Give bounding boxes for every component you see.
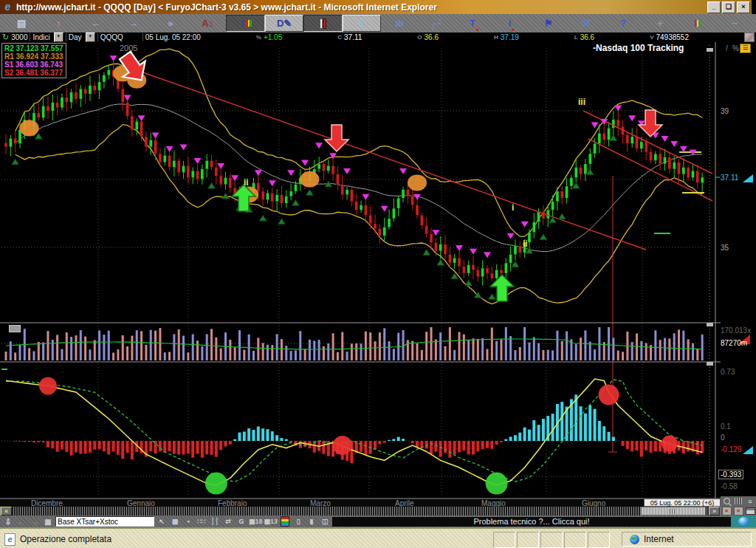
scroll-right-button[interactable]: »: [709, 507, 720, 516]
disk-icon[interactable]: ▪: [182, 517, 194, 527]
volume-bar: [477, 339, 479, 360]
step-chart-icon[interactable]: ┌┘: [418, 16, 455, 31]
grid-dots-icon[interactable]: ∷∷: [196, 517, 207, 527]
candle: [490, 273, 493, 278]
oscillator-histogram-bar: [448, 441, 451, 458]
oscillator-histogram-bar: [42, 441, 45, 442]
period-select[interactable]: Day ▼: [69, 32, 95, 42]
pointer-icon[interactable]: ↖: [156, 517, 168, 527]
line-chart-icon[interactable]: ϟ: [343, 15, 381, 32]
print-chart-icon[interactable]: [744, 506, 756, 516]
refresh-arrows-icon[interactable]: ⇄: [222, 517, 234, 527]
trendline-tool-icon[interactable]: /: [726, 44, 728, 52]
frame-2-icon[interactable]: ▮: [306, 517, 317, 527]
time-scrollbar[interactable]: « »: [0, 507, 756, 516]
resize-grip-icon[interactable]: [744, 32, 755, 42]
frame-1-icon[interactable]: ▯: [292, 517, 304, 527]
indicators-icon[interactable]: T: [226, 15, 264, 32]
print-icon[interactable]: ▤: [3, 16, 40, 31]
candle: [636, 137, 639, 148]
candlestick-icon[interactable]: [303, 15, 342, 32]
preset-18-icon[interactable]: ▦18: [249, 517, 263, 527]
fast-forward-icon[interactable]: »: [152, 16, 189, 31]
oscillator-histogram-bar: [14, 441, 17, 442]
volume-bar: [136, 330, 138, 360]
flag-icon[interactable]: ⚑: [530, 16, 567, 31]
density-icon[interactable]: [678, 16, 715, 31]
quote-field-label: L: [574, 34, 578, 41]
menu-icon[interactable]: ≡: [744, 496, 756, 506]
prev-icon[interactable]: ←: [16, 517, 27, 527]
frame-3-icon[interactable]: ◫: [319, 517, 331, 527]
forward-arrow-icon[interactable]: →: [114, 16, 151, 31]
symbol-field[interactable]: QQQQ: [100, 33, 123, 41]
oscillator-histogram-bar: [439, 441, 442, 457]
oscillator-histogram-bar: [537, 425, 540, 441]
back-arrow-icon[interactable]: ←: [78, 16, 114, 31]
minimize-button[interactable]: _: [707, 1, 721, 13]
i-label-icon[interactable]: i: [492, 16, 529, 31]
layers-icon[interactable]: [279, 517, 291, 527]
volume-bar: [383, 328, 385, 360]
pivot-line: R2 37.123 37.557: [4, 44, 63, 52]
restore-button[interactable]: ❏: [722, 1, 735, 13]
zoom-out-icon[interactable]: −: [716, 16, 753, 31]
axis-drag-handle: [707, 323, 713, 326]
save-icon[interactable]: ⇩: [2, 517, 14, 527]
chart-alert-icon[interactable]: ☲: [740, 44, 751, 53]
log-scale-icon[interactable]: G: [236, 517, 247, 527]
market-select[interactable]: Indici ▼: [32, 32, 63, 42]
volume-bar: [673, 333, 676, 360]
price-chart-canvas[interactable]: iiiiiiii: [0, 42, 756, 507]
oscillator-histogram-bar: [103, 441, 106, 451]
draw-tools-icon[interactable]: D✎: [265, 15, 303, 32]
next-icon[interactable]: →: [29, 517, 41, 527]
volume-bar: [304, 349, 306, 360]
volume-bar: [234, 347, 236, 360]
percent-tool-icon[interactable]: %: [732, 44, 739, 52]
candle: [462, 267, 465, 273]
volume-bar: [70, 337, 72, 360]
axis-label: 0.1: [721, 422, 731, 431]
volume-bar: [551, 351, 554, 360]
t-label-icon[interactable]: T: [456, 16, 492, 31]
help-icon[interactable]: ?: [605, 16, 642, 31]
chevron-down-icon[interactable]: ▼: [54, 32, 63, 42]
chart-area[interactable]: iiiiiiii R2 37.123 37.557R1 36.924 37.33…: [0, 42, 756, 507]
candle: [4, 143, 7, 147]
globe-button-icon[interactable]: [738, 517, 749, 526]
snapshot-icon[interactable]: ▦: [42, 517, 54, 527]
wrench-icon[interactable]: ⚒: [567, 16, 604, 31]
volume-bar: [154, 331, 157, 360]
volume-bar: [84, 337, 86, 360]
zoom-in-icon[interactable]: +: [642, 16, 678, 31]
bar-chart-icon[interactable]: ılı: [381, 16, 418, 31]
tech-problem-banner[interactable]: Problema tecnico ?... Clicca qui!: [332, 517, 731, 527]
magnifier-icon[interactable]: [721, 496, 732, 506]
close-chart-icon[interactable]: ×: [721, 506, 732, 516]
upload-arrow-icon[interactable]: ↑: [40, 16, 77, 31]
axis-drag-handle: [707, 362, 713, 366]
candle: [701, 177, 704, 182]
volume-bar: [295, 350, 297, 360]
vertical-lines-icon[interactable]: ┆┆: [209, 517, 221, 527]
scrollbar-thumb[interactable]: [641, 507, 706, 516]
preset-13-icon[interactable]: ▦13: [264, 517, 278, 527]
sort-az-icon[interactable]: A↕: [189, 16, 226, 31]
oscillator-histogram-bar: [93, 441, 96, 450]
candle: [205, 160, 208, 169]
chevron-down-icon[interactable]: ▼: [86, 32, 95, 42]
template-name-input[interactable]: [55, 516, 154, 527]
refresh-icon[interactable]: ↻: [2, 32, 9, 42]
quote-field-value: 37.19: [501, 33, 519, 41]
candle: [696, 171, 699, 182]
chart-image-icon[interactable]: ▦: [169, 517, 181, 527]
close-all-icon[interactable]: ×: [732, 506, 744, 516]
grid-icon[interactable]: [732, 496, 744, 506]
close-button[interactable]: ×: [737, 1, 750, 13]
panel-collapse-icon[interactable]: [9, 325, 21, 332]
window-title: http://www.jchart.it - QQQQ [Day] < Fury…: [16, 2, 707, 13]
scroll-left-button[interactable]: «: [1, 507, 12, 516]
title-bar[interactable]: e http://www.jchart.it - QQQQ [Day] < Fu…: [0, 0, 756, 15]
quote-field-value: +1.05: [264, 33, 282, 41]
